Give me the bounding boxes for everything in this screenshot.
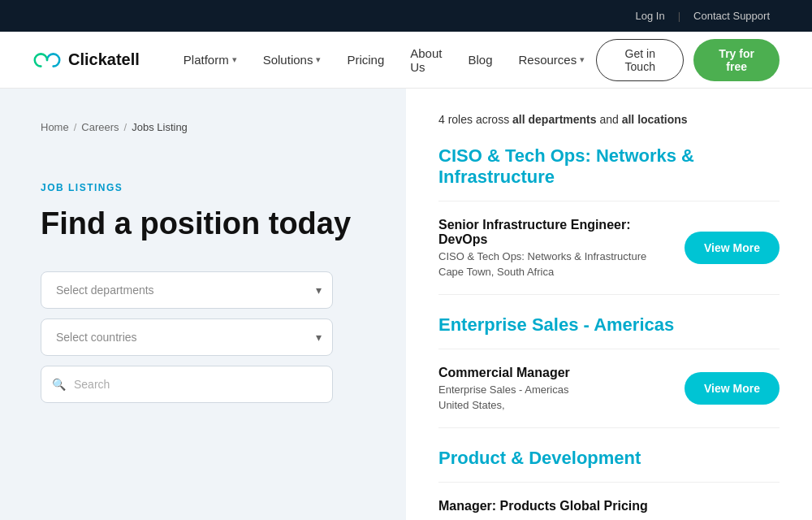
results-loc: all locations: [622, 113, 688, 126]
dept-section-ciso: CISO & Tech Ops: Networks & Infrastructu…: [438, 145, 780, 295]
breadcrumb: Home / Careers / Jobs Listing: [41, 121, 365, 133]
nav-solutions[interactable]: Solutions: [252, 46, 333, 73]
nav-platform[interactable]: Platform: [172, 46, 248, 73]
breadcrumb-home[interactable]: Home: [41, 121, 69, 133]
job-location-devops: Cape Town, South Africa: [438, 266, 668, 278]
breadcrumb-current: Jobs Listing: [132, 121, 188, 133]
countries-select-wrapper: Select countries ▾: [41, 318, 333, 356]
job-info-pricing: Manager: Products Global Pricing: [438, 499, 780, 517]
search-icon: 🔍: [52, 378, 66, 391]
job-dept-devops: CISO & Tech Ops: Networks & Infrastructu…: [438, 250, 668, 262]
search-wrapper: 🔍: [41, 366, 333, 403]
navbar: Clickatell Platform Solutions Pricing Ab…: [0, 32, 812, 89]
results-pre: 4 roles across: [438, 113, 512, 126]
job-info-commercial: Commercial Manager Enterprise Sales - Am…: [438, 366, 668, 411]
dept-section-product: Product & Development Manager: Products …: [438, 448, 780, 520]
login-link[interactable]: Log In: [626, 6, 675, 25]
left-panel: Home / Careers / Jobs Listing JOB LISTIN…: [0, 89, 406, 520]
job-title-pricing: Manager: Products Global Pricing: [438, 499, 780, 514]
results-summary: 4 roles across all departments and all l…: [438, 113, 780, 126]
breadcrumb-careers[interactable]: Careers: [81, 121, 119, 133]
nav-about[interactable]: About Us: [399, 40, 453, 80]
contact-support-link[interactable]: Contact Support: [684, 6, 780, 25]
breadcrumb-sep-2: /: [124, 121, 127, 133]
departments-select[interactable]: Select departments: [41, 271, 333, 309]
dept-title-ciso: CISO & Tech Ops: Networks & Infrastructu…: [438, 145, 780, 188]
nav-pricing[interactable]: Pricing: [335, 46, 395, 73]
nav-links: Platform Solutions Pricing About Us Blog…: [172, 40, 596, 80]
main-container: Home / Careers / Jobs Listing JOB LISTIN…: [0, 89, 812, 520]
clickatell-logo-icon: [32, 51, 62, 69]
page-title: Find a position today: [41, 206, 365, 242]
nav-actions: Get in Touch Try for free: [596, 39, 780, 81]
job-location-commercial: United States,: [438, 399, 668, 411]
top-bar: Log In | Contact Support: [0, 0, 812, 32]
view-more-devops[interactable]: View More: [685, 232, 780, 264]
dept-section-sales: Enterprise Sales - Americas Commercial M…: [438, 314, 780, 428]
job-info-devops: Senior Infrastructure Engineer: DevOps C…: [438, 218, 668, 278]
dept-title-product: Product & Development: [438, 448, 780, 469]
breadcrumb-sep-1: /: [74, 121, 77, 133]
nav-blog[interactable]: Blog: [456, 46, 503, 73]
job-card-pricing: Manager: Products Global Pricing: [438, 482, 780, 520]
results-dept: all departments: [512, 113, 596, 126]
job-card-commercial: Commercial Manager Enterprise Sales - Am…: [438, 349, 780, 428]
job-title-devops: Senior Infrastructure Engineer: DevOps: [438, 218, 668, 247]
right-panel: 4 roles across all departments and all l…: [406, 89, 812, 520]
job-dept-commercial: Enterprise Sales - Americas: [438, 384, 668, 396]
section-label: JOB LISTINGS: [41, 182, 365, 193]
job-card-devops: Senior Infrastructure Engineer: DevOps C…: [438, 201, 780, 295]
view-more-commercial[interactable]: View More: [685, 372, 780, 405]
logo-link[interactable]: Clickatell: [32, 50, 140, 69]
countries-select[interactable]: Select countries: [41, 318, 333, 356]
try-free-button[interactable]: Try for free: [693, 39, 780, 81]
filter-group: Select departments ▾ Select countries ▾ …: [41, 271, 365, 403]
dept-title-sales: Enterprise Sales - Americas: [438, 314, 780, 336]
job-title-commercial: Commercial Manager: [438, 366, 668, 380]
departments-select-wrapper: Select departments ▾: [41, 271, 333, 309]
nav-resources[interactable]: Resources: [508, 46, 597, 73]
results-mid: and: [597, 113, 622, 126]
get-in-touch-button[interactable]: Get in Touch: [596, 39, 684, 81]
logo-text: Clickatell: [68, 50, 140, 69]
divider: |: [675, 10, 684, 22]
search-input[interactable]: [41, 366, 333, 403]
